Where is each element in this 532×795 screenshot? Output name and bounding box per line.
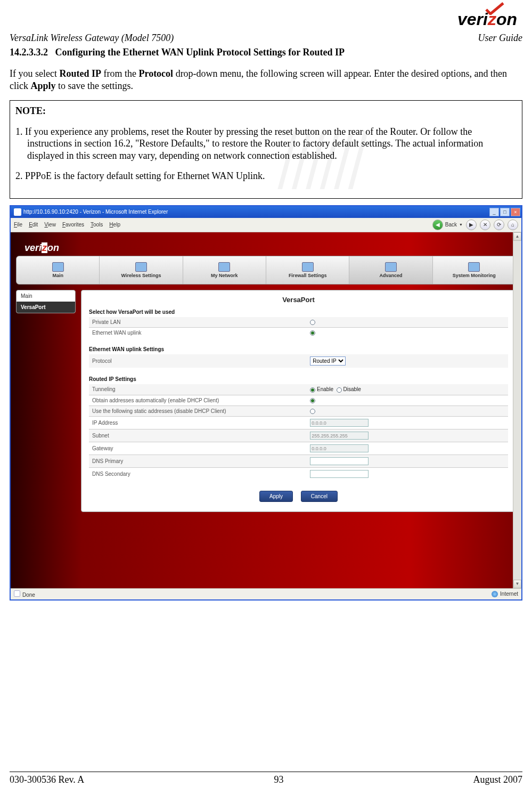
sidebar-item-main[interactable]: Main — [17, 290, 75, 302]
router-logo: verizon — [24, 242, 59, 254]
scroll-up-icon[interactable]: ▲ — [513, 232, 521, 241]
menu-favorites[interactable]: Favorites — [62, 222, 84, 228]
section-title: Configuring the Ethernet WAN Uplink Prot… — [55, 47, 345, 58]
done-icon — [14, 590, 20, 597]
footer-right: August 2007 — [473, 774, 522, 785]
verizon-check-icon — [485, 2, 504, 15]
forward-button[interactable]: ▶ — [466, 220, 477, 230]
footer-left: 030-300536 Rev. A — [10, 774, 84, 785]
scrollbar[interactable]: ▲ ▼ — [513, 232, 521, 588]
subnet-input[interactable] — [310, 432, 369, 440]
menu-help[interactable]: Help — [109, 222, 120, 228]
ethernet-wan-label: Ethernet WAN uplink — [89, 327, 307, 338]
section1-header: Select how VersaPort will be used — [89, 309, 508, 315]
section3-header: Routed IP Settings — [89, 376, 508, 382]
note-label: NOTE: — [15, 106, 46, 116]
ethernet-wan-radio[interactable] — [310, 330, 315, 336]
note-item-1: 1. If you experience any problems, reset… — [15, 126, 517, 162]
tab-main[interactable]: Main — [17, 256, 100, 284]
intro-paragraph: If you select Routed IP from the Protoco… — [10, 68, 522, 92]
note-item-2: 2. PPPoE is the factory default setting … — [15, 170, 517, 182]
dns2-input[interactable] — [310, 470, 369, 478]
dns1-label: DNS Primary — [89, 455, 307, 468]
wireless-icon — [135, 262, 147, 272]
apply-button[interactable]: Apply — [259, 491, 293, 502]
dhcp-auto-radio[interactable] — [310, 398, 315, 403]
protocol-select[interactable]: Routed IP — [310, 356, 346, 366]
ip-label: IP Address — [89, 417, 307, 429]
status-left: Done — [22, 592, 35, 598]
close-button[interactable]: × — [511, 208, 520, 216]
dhcp-auto-label: Obtain addresses automatically (enable D… — [89, 395, 307, 405]
tab-system-monitoring[interactable]: System Monitoring — [433, 256, 515, 284]
dhcp-static-radio[interactable] — [310, 409, 315, 414]
tunneling-label: Tunneling — [89, 384, 307, 395]
section2-header: Ethernet WAN uplink Settings — [89, 346, 508, 352]
main-icon — [52, 262, 64, 272]
private-lan-label: Private LAN — [89, 317, 307, 328]
tunneling-disable-radio[interactable] — [337, 387, 342, 393]
back-icon: ◀ — [432, 220, 443, 230]
ie-title: http://10.16.90.10:2420 - Verizon - Micr… — [23, 209, 168, 215]
ie-icon — [14, 208, 21, 216]
verizon-logo: verizon — [457, 10, 517, 29]
tab-advanced[interactable]: Advanced — [349, 256, 432, 284]
router-toolbar: Main Wireless Settings My Network Firewa… — [16, 256, 516, 285]
dns1-input[interactable] — [310, 457, 369, 465]
sidebar: Main VersaPort — [16, 290, 76, 313]
doc-header-right: User Guide — [478, 33, 523, 44]
subnet-label: Subnet — [89, 429, 307, 442]
advanced-icon — [385, 262, 397, 272]
menu-view[interactable]: View — [44, 222, 56, 228]
tab-my-network[interactable]: My Network — [183, 256, 266, 284]
page-logo-row: verizon — [10, 10, 522, 29]
panel-title: VersaPort — [89, 296, 508, 304]
doc-header-left: VersaLink Wireless Gateway (Model 7500) — [10, 33, 174, 44]
cancel-button[interactable]: Cancel — [301, 491, 338, 502]
stop-button[interactable]: ✕ — [480, 220, 490, 230]
tab-firewall[interactable]: Firewall Settings — [266, 256, 349, 284]
doc-header: VersaLink Wireless Gateway (Model 7500) … — [10, 33, 522, 44]
logo-text-pre: veri — [457, 10, 488, 29]
internet-zone-icon — [492, 591, 498, 597]
section-heading: 14.2.3.3.2 Configuring the Ethernet WAN … — [10, 47, 522, 58]
scroll-down-icon[interactable]: ▼ — [513, 580, 521, 588]
gateway-label: Gateway — [89, 442, 307, 455]
tab-wireless[interactable]: Wireless Settings — [100, 256, 183, 284]
menu-tools[interactable]: Tools — [91, 222, 103, 228]
sidebar-item-versaport[interactable]: VersaPort — [17, 302, 75, 313]
ip-input[interactable] — [310, 419, 369, 427]
page-footer: 030-300536 Rev. A 93 August 2007 — [10, 772, 522, 785]
refresh-button[interactable]: ⟳ — [494, 220, 504, 230]
firewall-icon — [302, 262, 314, 272]
router-page: ▲ ▼ verizon Main Wireless Settings My Ne… — [11, 232, 521, 588]
maximize-button[interactable]: □ — [500, 208, 510, 216]
ie-menubar: File Edit View Favorites Tools Help ◀Bac… — [11, 218, 521, 232]
note-box: NOTE: 1. If you experience any problems,… — [10, 100, 522, 199]
private-lan-radio[interactable] — [310, 320, 315, 325]
dns2-label: DNS Secondary — [89, 468, 307, 481]
gateway-input[interactable] — [310, 444, 369, 452]
menu-edit[interactable]: Edit — [29, 222, 38, 228]
status-right: Internet — [500, 591, 518, 597]
ie-statusbar: Done Internet — [11, 588, 521, 599]
section-number: 14.2.3.3.2 — [10, 47, 48, 58]
minimize-button[interactable]: _ — [489, 208, 499, 216]
monitoring-icon — [468, 262, 480, 272]
back-button[interactable]: ◀Back▼ — [432, 220, 463, 230]
screenshot-container: http://10.16.90.10:2420 - Verizon - Micr… — [10, 205, 522, 601]
home-button[interactable]: ⌂ — [508, 220, 518, 230]
dhcp-static-label: Use the following static addresses (disa… — [89, 405, 307, 416]
ie-titlebar: http://10.16.90.10:2420 - Verizon - Micr… — [11, 206, 521, 218]
protocol-label: Protocol — [89, 354, 307, 368]
menu-file[interactable]: File — [14, 222, 22, 228]
footer-center: 93 — [274, 774, 283, 785]
main-panel: VersaPort Select how VersaPort will be u… — [81, 290, 516, 513]
network-icon — [218, 262, 230, 272]
tunneling-enable-radio[interactable] — [310, 387, 315, 393]
window-controls: _ □ × — [489, 208, 520, 216]
